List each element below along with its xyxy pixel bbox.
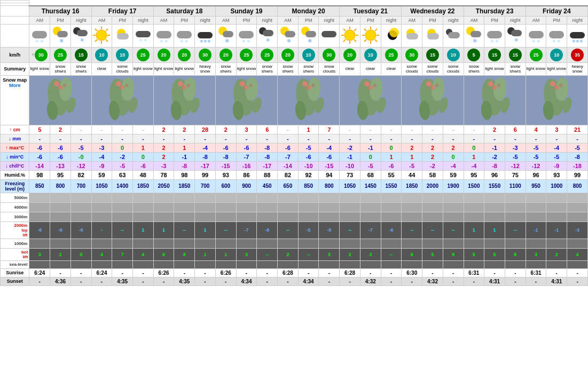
svg-line-16 [95,39,97,42]
svg-text:❄: ❄ [473,38,477,44]
bot-lift-7-1: 5 [484,248,505,260]
bot-lift-1-1: 7 [112,248,133,260]
max-3-0: -6 [215,143,236,152]
freeze-5-0: 1050 [340,179,360,193]
mm-4-0: - [278,134,299,143]
snow-map-label: Snow map More [1,75,29,125]
svg-line-50 [343,39,346,42]
sunset-6-0: - [402,277,422,285]
summary-text-1-2: light snow [133,62,154,75]
sunset-0-0: - [29,277,50,285]
top-lift-7-0: 1 [464,221,484,239]
day-header-4: Monday 20 [278,6,340,17]
top-lift-3-0: -- [215,221,236,239]
summary-label: Summary [1,62,29,75]
svg-rect-63 [406,33,418,39]
alt-1000-cell-2-1 [174,239,195,248]
subheader-3-0: AM [215,16,236,24]
svg-point-111 [240,81,245,86]
bot-lift-4-0: 2 [278,248,299,260]
max-6-0: 2 [402,143,422,152]
weather-icon-4-1: ❄ [298,24,319,47]
top-lift-7-2: -- [505,221,526,239]
top-lift-1-1: -- [112,221,133,239]
weather-icon-4-2 [319,24,340,47]
summary-text-5-0: clear [340,62,360,75]
svg-point-144 [492,85,497,90]
top-lift-3-2: -8 [257,221,278,239]
svg-rect-74 [511,30,522,36]
weather-icon-2-2: ❄❄❄ [195,24,216,47]
bot-lift-2-2: 1 [195,248,216,260]
wind-badge-7-2: 15 [505,47,526,62]
sunrise-5-0: 6:28 [340,268,360,277]
top-lift-1-0: - [91,221,112,239]
sunrise-1-0: 6:24 [91,268,112,277]
subheader-2-1: PM [174,16,195,24]
cm-8-2: 21 [567,125,588,134]
alt-cell-5-0 [340,202,360,212]
chill-6-0: -5 [402,161,422,170]
sea-level-cell-6-2 [443,260,464,268]
top-lift-0-0: -6 [29,221,50,239]
min-0-1: -6 [50,152,71,161]
chill-0-2: -12 [70,161,91,170]
alt-cell-7-1 [484,212,505,221]
alt-1000-row: 1000m [1,239,588,248]
humid-6-0: 44 [402,170,422,179]
chill-4-1: -10 [298,161,319,170]
alt-cell-7-0 [464,212,484,221]
cm-2-2: 28 [195,125,216,134]
humid-7-1: 96 [484,170,505,179]
cm-4-2: 7 [319,125,340,134]
mm-1-0: - [91,134,112,143]
svg-text:❄: ❄ [266,37,270,43]
sea-level-cell-3-1 [236,260,257,268]
humid-1-0: 59 [91,170,112,179]
top-lift-1-2: 1 [133,221,154,239]
weather-icon-2-0: ❄ ❄ [153,24,174,47]
humid-6-1: 58 [422,170,443,179]
alt-1000-cell-7-2 [505,239,526,248]
svg-text:❄❄❄: ❄❄❄ [200,39,211,44]
chill-5-0: -10 [340,161,360,170]
sea-level-cell-3-0 [215,260,236,268]
snow-map-more[interactable]: More [1,83,28,88]
freeze-1-0: 1050 [91,179,112,193]
bot-lift-8-0: 3 [526,248,546,260]
weather-icon-0-0: ❄ ❄ [29,24,50,47]
cm-4-0: - [278,125,299,134]
bot-lift-8-1: 2 [546,248,567,260]
chill-1-2: -6 [133,161,154,170]
weather-icon-1-0 [91,24,112,47]
map-cell-4 [278,75,340,125]
freeze-1-1: 1400 [112,179,133,193]
sunrise-6-1: - [422,268,443,277]
alt-cell-0-1 [50,212,71,221]
alt-1000-cell-5-2 [381,239,402,248]
svg-line-47 [343,29,346,31]
sunrise-3-1: - [236,268,257,277]
top-lift-0-1: -6 [50,221,71,239]
chill-4-2: -15 [319,161,340,170]
top-lift-4-0: -- [278,221,299,239]
subheader-5-1: PM [360,16,381,24]
sunset-5-0: - [340,277,360,285]
humid-6-2: 59 [443,170,464,179]
svg-line-59 [364,39,366,42]
sunrise-1-2: - [133,268,154,277]
sunset-1-1: 4:35 [112,277,133,285]
freeze-7-2: 1100 [505,179,526,193]
sea-level-cell-1-2 [133,260,154,268]
max-4-0: -6 [278,143,299,152]
alt-cell-1-0 [91,202,112,212]
top-lift-0-2: -6 [70,221,91,239]
sunrise-2-1: - [174,268,195,277]
humid-4-1: 92 [298,170,319,179]
svg-point-128 [369,85,373,90]
mm-3-1: - [236,134,257,143]
alt-cell-1-2 [133,212,154,221]
subheader-5-0: AM [340,16,360,24]
alt-cell-7-2 [505,193,526,202]
wind-badge-7-1: 15 [484,47,505,62]
